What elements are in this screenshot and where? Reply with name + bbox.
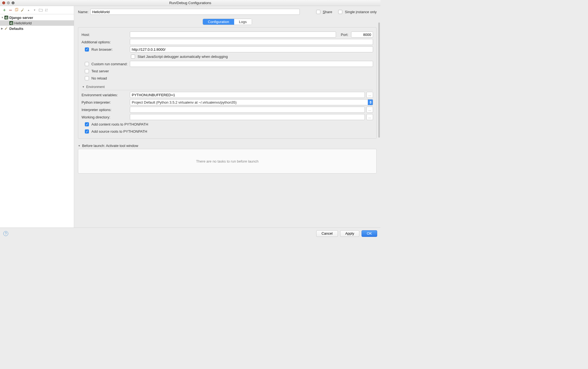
additional-options-label: Additional options:: [82, 40, 130, 44]
test-server-checkbox[interactable]: Test server: [84, 68, 109, 74]
tab-logs[interactable]: Logs: [234, 19, 252, 25]
tree-group-label: Defaults: [9, 27, 23, 31]
custom-run-command-checkbox[interactable]: Custom run command:: [84, 61, 128, 67]
tree-item-helloworld[interactable]: dj HelloWorld: [0, 20, 74, 26]
run-browser-label: Run browser:: [91, 47, 113, 52]
host-label: Host:: [82, 33, 130, 37]
add-source-roots-label: Add source roots to PYTHONPATH: [91, 129, 147, 134]
add-configuration-button[interactable]: +: [2, 8, 7, 12]
before-launch-panel: There are no tasks to run before launch: [78, 149, 377, 174]
add-content-roots-label: Add content roots to PYTHONPATH: [91, 122, 148, 126]
python-interpreter-select[interactable]: Project Default (Python 3.5.2 virtualenv…: [130, 99, 373, 105]
run-browser-checkbox[interactable]: Run browser:: [84, 47, 113, 52]
add-content-roots-checkbox[interactable]: Add content roots to PYTHONPATH: [84, 121, 148, 127]
share-label-rest: hare: [325, 10, 332, 14]
tab-configuration[interactable]: Configuration: [203, 19, 234, 25]
caret-down-icon: ▼: [78, 144, 80, 147]
share-checkbox[interactable]: Share: [315, 9, 332, 15]
custom-run-command-input[interactable]: [130, 61, 373, 67]
django-icon: dj: [4, 16, 8, 19]
additional-options-input[interactable]: [130, 39, 373, 45]
wrench-icon: [4, 26, 9, 31]
tab-strip: Configuration Logs: [203, 19, 252, 25]
caret-down-icon: ▼: [1, 16, 4, 19]
window-close-button[interactable]: [2, 1, 5, 4]
window-zoom-button[interactable]: [12, 1, 15, 4]
no-reload-checkbox[interactable]: No reload: [84, 75, 107, 81]
single-instance-checkbox[interactable]: Single instance only: [337, 9, 377, 15]
name-label: Name:: [78, 10, 90, 14]
configuration-pane: Name: Share Single instance only Configu…: [74, 6, 380, 228]
interpreter-options-input[interactable]: [130, 107, 365, 113]
help-button[interactable]: ?: [3, 231, 8, 236]
tree-group-defaults[interactable]: ▶ Defaults: [0, 26, 74, 31]
python-interpreter-label: Python interpreter:: [82, 100, 130, 104]
tree-item-label: HelloWorld: [14, 21, 32, 25]
working-directory-label: Working directory:: [82, 115, 130, 119]
sort-button[interactable]: az: [44, 8, 49, 12]
apply-button[interactable]: Apply: [340, 230, 360, 237]
environment-section-label: Environment: [86, 85, 105, 89]
custom-run-command-label: Custom run command:: [91, 62, 128, 66]
dialog-footer: ? Cancel Apply OK: [0, 228, 380, 239]
copy-configuration-button[interactable]: [14, 8, 19, 12]
interpreter-options-expand-button[interactable]: …: [366, 107, 373, 113]
env-vars-label: Environment variables:: [82, 93, 130, 97]
vertical-scrollbar[interactable]: [378, 22, 380, 138]
before-launch-label: Before launch: Activate tool window: [82, 144, 138, 148]
configurations-sidebar: + − ▲ ▼ az ▼ dj Django server: [0, 6, 74, 228]
test-server-label: Test server: [91, 69, 109, 73]
env-vars-browse-button[interactable]: …: [366, 92, 373, 98]
env-vars-input[interactable]: [130, 92, 365, 98]
sidebar-toolbar: + − ▲ ▼ az: [0, 6, 74, 14]
window-minimize-button[interactable]: [7, 1, 10, 4]
host-input[interactable]: [130, 32, 336, 38]
start-js-debugger-checkbox[interactable]: Start JavaScript debugger automatically …: [130, 54, 228, 59]
before-launch-header[interactable]: ▼ Before launch: Activate tool window: [78, 144, 377, 148]
python-interpreter-value: Project Default (Python 3.5.2 virtualenv…: [132, 100, 237, 104]
configurations-tree[interactable]: ▼ dj Django server dj HelloWorld ▶ Defau…: [0, 14, 74, 228]
tree-group-label: Django server: [9, 16, 33, 20]
interpreter-options-label: Interpreter options:: [82, 108, 130, 112]
working-directory-browse-button[interactable]: …: [366, 114, 373, 120]
titlebar: Run/Debug Configurations: [0, 0, 380, 6]
no-reload-label: No reload: [91, 76, 107, 80]
remove-configuration-button[interactable]: −: [8, 8, 13, 12]
before-launch-empty-text: There are no tasks to run before launch: [196, 159, 259, 163]
django-icon: dj: [9, 21, 13, 25]
caret-right-icon: ▶: [1, 27, 4, 30]
ok-button[interactable]: OK: [362, 230, 377, 237]
caret-down-icon: ▼: [82, 86, 85, 88]
add-source-roots-checkbox[interactable]: Add source roots to PYTHONPATH: [84, 129, 147, 134]
port-label: Port:: [341, 33, 348, 37]
cancel-button[interactable]: Cancel: [316, 230, 338, 237]
tree-group-django-server[interactable]: ▼ dj Django server: [0, 15, 74, 20]
configuration-panel: Host: Port: Additional options: Run brow…: [78, 27, 377, 139]
start-js-debugger-label: Start JavaScript debugger automatically …: [138, 55, 228, 59]
folder-button[interactable]: [38, 8, 43, 12]
environment-section-header[interactable]: ▼ Environment: [82, 85, 373, 90]
move-up-button[interactable]: ▲: [26, 8, 31, 12]
working-directory-input[interactable]: [130, 114, 365, 120]
dropdown-icon: [368, 100, 373, 105]
name-input[interactable]: [90, 9, 300, 15]
window-title: Run/Debug Configurations: [0, 1, 380, 5]
edit-defaults-button[interactable]: [20, 8, 25, 12]
move-down-button[interactable]: ▼: [32, 8, 37, 12]
svg-text:z: z: [46, 10, 47, 12]
port-input[interactable]: [351, 32, 373, 38]
run-browser-url-input[interactable]: [130, 46, 373, 52]
